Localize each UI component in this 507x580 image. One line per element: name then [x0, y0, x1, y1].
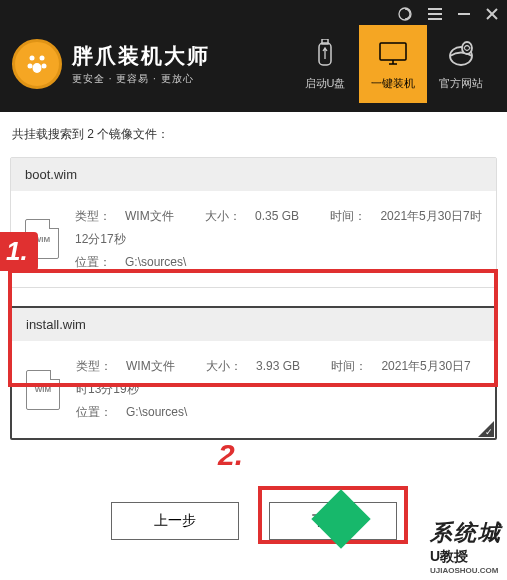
file-meta: 类型：WIM文件 大小：3.93 GB 时间：2021年5月30日7时13分19…: [76, 355, 481, 423]
close-icon[interactable]: [485, 7, 499, 21]
install-icon: [377, 38, 409, 70]
app-title: 胖爪装机大师: [72, 42, 210, 70]
svg-point-11: [33, 63, 42, 73]
app-subtitle: 更安全 · 更容易 · 更放心: [72, 72, 210, 86]
minimize-icon[interactable]: [457, 7, 471, 21]
file-body: WIM 类型：WIM文件 大小：3.93 GB 时间：2021年5月30日7时1…: [12, 341, 495, 437]
menu-icon[interactable]: [427, 7, 443, 21]
file-card-install[interactable]: install.wim WIM 类型：WIM文件 大小：3.93 GB 时间：2…: [10, 306, 497, 439]
file-body: WIM 类型：WIM文件 大小：0.35 GB 时间：2021年5月30日7时1…: [11, 191, 496, 287]
wim-file-icon: WIM: [26, 370, 60, 410]
prev-button[interactable]: 上一步: [111, 502, 239, 540]
app-title-block: 胖爪装机大师 更安全 · 更容易 · 更放心: [72, 42, 210, 86]
app-header: 胖爪装机大师 更安全 · 更容易 · 更放心 启动U盘 一键装机: [0, 0, 507, 112]
app-logo: [12, 39, 62, 89]
content: 共挂载搜索到 2 个镜像文件： boot.wim WIM 类型：WIM文件 大小…: [0, 112, 507, 472]
watermark: 系统城 U教授 UJIAOSHOU.COM: [430, 518, 502, 575]
summary-text: 共挂载搜索到 2 个镜像文件：: [10, 126, 497, 143]
logo-section: 胖爪装机大师 更安全 · 更容易 · 更放心: [12, 39, 291, 89]
file-name: install.wim: [12, 308, 495, 341]
file-meta: 类型：WIM文件 大小：0.35 GB 时间：2021年5月30日7时12分17…: [75, 205, 482, 273]
usb-icon: [313, 38, 337, 70]
nav-usb[interactable]: 启动U盘: [291, 25, 359, 103]
annotation-step-2: 2.: [218, 438, 243, 472]
nav-website[interactable]: 官方网站: [427, 25, 495, 103]
nav: 启动U盘 一键装机 官方网站: [291, 25, 495, 103]
annotation-step-1: 1.: [0, 232, 38, 271]
svg-point-9: [28, 64, 33, 69]
svg-point-0: [399, 8, 411, 20]
nav-website-label: 官方网站: [439, 76, 483, 91]
file-card-boot[interactable]: boot.wim WIM 类型：WIM文件 大小：0.35 GB 时间：2021…: [10, 157, 497, 288]
svg-point-8: [40, 56, 45, 61]
website-icon: [447, 38, 475, 70]
svg-point-7: [30, 56, 35, 61]
help-icon[interactable]: [397, 6, 413, 22]
titlebar: [0, 0, 507, 24]
nav-install-label: 一键装机: [371, 76, 415, 91]
header-main: 胖爪装机大师 更安全 · 更容易 · 更放心 启动U盘 一键装机: [0, 24, 507, 112]
selected-checkmark-icon: [478, 421, 494, 437]
nav-install[interactable]: 一键装机: [359, 25, 427, 103]
nav-usb-label: 启动U盘: [305, 76, 346, 91]
svg-point-10: [42, 64, 47, 69]
svg-rect-14: [380, 43, 406, 60]
svg-rect-13: [322, 39, 328, 44]
file-name: boot.wim: [11, 158, 496, 191]
